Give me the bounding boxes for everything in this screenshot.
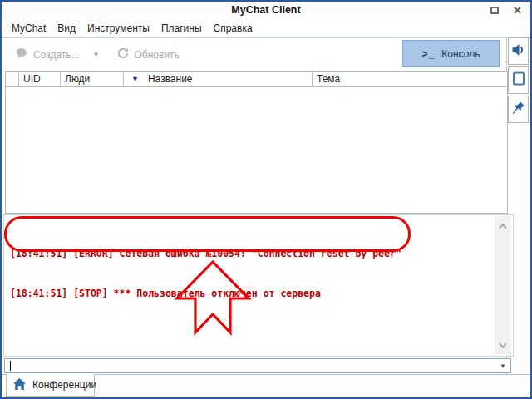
console-output-area[interactable]: [18:41:51] [ERROR] Сетевая ошибка №10054… (3, 214, 514, 357)
terminal-icon: >_ (422, 48, 436, 60)
bottom-tab-bar: Конференции (2, 374, 530, 397)
column-select[interactable] (6, 72, 19, 86)
menu-view[interactable]: Вид (52, 19, 81, 37)
window-title: MyChat Client (2, 2, 530, 19)
mychat-client-window: MyChat Client ✕ MyChat Вид Инструменты П… (0, 0, 532, 399)
pin-window-button[interactable] (508, 96, 529, 123)
input-dropdown-icon[interactable]: ▼ (500, 362, 506, 370)
column-people-label: Люди (65, 73, 90, 85)
volume-icon (511, 43, 525, 60)
console-scrollbar[interactable] (495, 216, 511, 354)
maximize-icon (490, 7, 499, 14)
console-toggle-button[interactable]: >_ Консоль (402, 40, 500, 67)
sort-descending-icon: ▼ (131, 72, 139, 86)
column-topic[interactable]: Тема (313, 72, 507, 86)
column-people[interactable]: Люди (61, 72, 124, 86)
pin-icon (512, 101, 525, 118)
console-line-stop: [18:41:51] [STOP] *** Пользователь отклю… (10, 287, 401, 300)
home-icon (12, 377, 27, 393)
notes-panel-icon (512, 71, 525, 89)
refresh-icon (116, 47, 130, 62)
title-bar: MyChat Client ✕ (2, 2, 530, 19)
create-button[interactable]: Создать... (15, 47, 80, 62)
table-header-row: UID Люди ▼ Название Тема (6, 72, 507, 87)
menu-plugins[interactable]: Плагины (155, 19, 208, 37)
toolbar-left-group: Создать... ▼ Обновить (15, 38, 180, 71)
text-caret (10, 361, 11, 371)
menu-help[interactable]: Справка (208, 19, 259, 37)
refresh-button[interactable]: Обновить (116, 47, 180, 62)
console-button-label: Консоль (441, 48, 480, 60)
maximize-button[interactable] (490, 7, 499, 14)
chat-bubble-icon (15, 47, 28, 62)
menu-bar: MyChat Вид Инструменты Плагины Справка (2, 19, 530, 37)
create-dropdown-button[interactable]: ▼ (93, 51, 100, 58)
menu-tools[interactable]: Инструменты (81, 19, 155, 37)
menu-mychat[interactable]: MyChat (6, 19, 52, 37)
sound-toggle-button[interactable] (508, 37, 529, 65)
refresh-button-label: Обновить (135, 49, 180, 61)
close-button[interactable]: ✕ (513, 2, 522, 19)
conference-table: UID Люди ▼ Название Тема (5, 71, 508, 214)
toolbar: Создать... ▼ Обновить >_ Консоль (2, 37, 530, 71)
table-body-empty[interactable] (6, 87, 507, 213)
create-button-label: Создать... (33, 49, 80, 61)
column-name-label: Название (148, 72, 193, 86)
scroll-up-icon[interactable] (498, 223, 508, 229)
console-log: [18:41:51] [ERROR] Сетевая ошибка №10054… (10, 220, 401, 327)
tab-conferences[interactable]: Конференции (6, 374, 95, 397)
window-controls: ✕ (476, 2, 522, 19)
notes-panel-button[interactable] (508, 66, 529, 94)
column-name[interactable]: ▼ Название (124, 72, 313, 86)
console-line-error: [18:41:51] [ERROR] Сетевая ошибка №10054… (10, 247, 401, 260)
tab-conferences-label: Конференции (32, 379, 96, 391)
column-uid[interactable]: UID (19, 72, 61, 86)
scroll-down-icon[interactable] (498, 342, 508, 349)
console-command-input[interactable]: ▼ (4, 358, 511, 373)
